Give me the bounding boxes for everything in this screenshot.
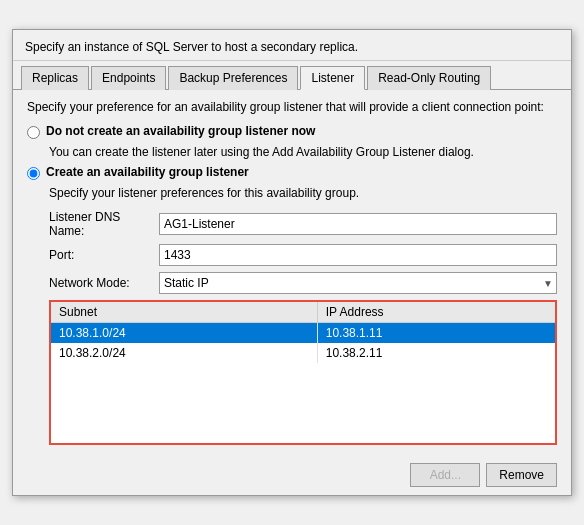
- port-row: Port:: [49, 244, 557, 266]
- form-section: Listener DNS Name: Port: Network Mode: S…: [49, 210, 557, 445]
- tab-listener[interactable]: Listener: [300, 66, 365, 90]
- option2-label: Create an availability group listener: [46, 165, 249, 179]
- table-header-row: Subnet IP Address: [51, 302, 555, 323]
- option1-row: Do not create an availability group list…: [27, 124, 557, 139]
- dialog: Specify an instance of SQL Server to hos…: [12, 29, 572, 496]
- col-ip: IP Address: [317, 302, 555, 323]
- network-select[interactable]: Static IP DHCP: [159, 272, 557, 294]
- network-label: Network Mode:: [49, 276, 159, 290]
- tabs-bar: Replicas Endpoints Backup Preferences Li…: [13, 61, 571, 90]
- section-description: Specify your preference for an availabil…: [27, 100, 557, 114]
- dialog-header-text: Specify an instance of SQL Server to hos…: [25, 40, 358, 54]
- tab-readonly-routing[interactable]: Read-Only Routing: [367, 66, 491, 90]
- add-button[interactable]: Add...: [410, 463, 480, 487]
- network-select-wrapper: Static IP DHCP ▼: [159, 272, 557, 294]
- dns-input[interactable]: [159, 213, 557, 235]
- tab-replicas[interactable]: Replicas: [21, 66, 89, 90]
- option2-row: Create an availability group listener: [27, 165, 557, 180]
- col-subnet: Subnet: [51, 302, 317, 323]
- dns-row: Listener DNS Name:: [49, 210, 557, 238]
- option1-radio[interactable]: [27, 126, 40, 139]
- dialog-header: Specify an instance of SQL Server to hos…: [13, 30, 571, 61]
- port-input[interactable]: [159, 244, 557, 266]
- radio-group: Do not create an availability group list…: [27, 124, 557, 200]
- subnet-table: Subnet IP Address 10.38.1.0/24 10.38.1.1…: [51, 302, 555, 363]
- network-row: Network Mode: Static IP DHCP ▼: [49, 272, 557, 294]
- option1-sublabel: You can create the listener later using …: [49, 145, 557, 159]
- option1-label: Do not create an availability group list…: [46, 124, 315, 138]
- cell-subnet: 10.38.1.0/24: [51, 323, 317, 344]
- tab-endpoints[interactable]: Endpoints: [91, 66, 166, 90]
- subnet-table-container: Subnet IP Address 10.38.1.0/24 10.38.1.1…: [49, 300, 557, 445]
- cell-subnet: 10.38.2.0/24: [51, 343, 317, 363]
- option2-radio[interactable]: [27, 167, 40, 180]
- tab-backup-preferences[interactable]: Backup Preferences: [168, 66, 298, 90]
- remove-button[interactable]: Remove: [486, 463, 557, 487]
- buttons-row: Add... Remove: [13, 455, 571, 495]
- cell-ip: 10.38.2.11: [317, 343, 555, 363]
- table-row[interactable]: 10.38.2.0/24 10.38.2.11: [51, 343, 555, 363]
- table-row[interactable]: 10.38.1.0/24 10.38.1.11: [51, 323, 555, 344]
- port-label: Port:: [49, 248, 159, 262]
- table-empty-area: [51, 363, 555, 443]
- tab-content: Specify your preference for an availabil…: [13, 90, 571, 455]
- cell-ip: 10.38.1.11: [317, 323, 555, 344]
- dns-label: Listener DNS Name:: [49, 210, 159, 238]
- option2-sublabel: Specify your listener preferences for th…: [49, 186, 557, 200]
